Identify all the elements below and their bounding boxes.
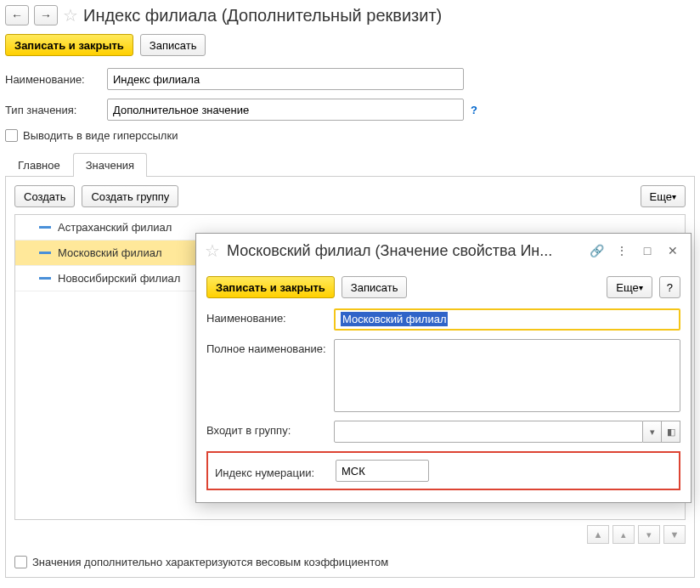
dialog-group-dropdown-button[interactable]: ▾ — [643, 421, 662, 443]
forward-button[interactable]: → — [34, 5, 58, 25]
create-group-button[interactable]: Создать группу — [82, 185, 178, 207]
item-icon — [39, 252, 51, 254]
dialog-save-close-button[interactable]: Записать и закрыть — [206, 276, 335, 298]
value-dialog: ☆ Московский филиал (Значение свойства И… — [195, 233, 692, 503]
tab-values[interactable]: Значения — [73, 153, 147, 177]
name-label: Наименование: — [5, 73, 107, 86]
list-item-label: Астраханский филиал — [58, 221, 172, 234]
dialog-group-open-button[interactable]: ◧ — [662, 421, 680, 443]
hyperlink-checkbox[interactable] — [5, 129, 18, 142]
dialog-more-button[interactable]: Еще — [607, 276, 652, 298]
more-button[interactable]: Еще — [641, 185, 686, 207]
dialog-index-input[interactable] — [336, 460, 429, 482]
type-label: Тип значения: — [5, 104, 107, 116]
page-title: Индекс филиала (Дополнительный реквизит) — [83, 6, 442, 25]
pager-first[interactable]: ▲ — [587, 525, 609, 544]
pager-last[interactable]: ▼ — [663, 525, 686, 544]
dialog-group-input[interactable] — [334, 421, 643, 443]
kebab-icon[interactable]: ⋮ — [612, 241, 631, 260]
type-input[interactable] — [107, 99, 464, 121]
dialog-name-label: Наименование: — [206, 308, 334, 325]
list-item-label: Московский филиал — [58, 246, 161, 259]
favorite-star-icon[interactable]: ☆ — [63, 5, 78, 25]
dialog-star-icon[interactable]: ☆ — [205, 240, 220, 261]
tab-main[interactable]: Главное — [5, 153, 73, 177]
item-icon — [39, 277, 51, 280]
create-button[interactable]: Создать — [14, 185, 75, 207]
pager-down[interactable]: ▾ — [638, 525, 660, 544]
dialog-index-label: Индекс нумерации: — [215, 463, 336, 479]
dialog-group-label: Входит в группу: — [206, 421, 334, 437]
dialog-fullname-label: Полное наименование: — [206, 339, 334, 355]
back-button[interactable]: ← — [5, 5, 29, 25]
weight-checkbox[interactable] — [14, 556, 27, 568]
dialog-help-button[interactable]: ? — [659, 276, 680, 298]
pager-up[interactable]: ▴ — [612, 525, 635, 544]
hyperlink-label: Выводить в виде гиперссылки — [23, 129, 178, 142]
list-item-label: Новосибирский филиал — [58, 272, 180, 285]
dialog-title: Московский филиал (Значение свойства Ин.… — [227, 242, 580, 260]
dialog-name-input[interactable]: Московский филиал — [334, 308, 680, 331]
link-icon[interactable]: 🔗 — [587, 241, 606, 260]
weight-label: Значения дополнительно характеризуются в… — [32, 556, 388, 568]
index-highlight-box: Индекс нумерации: — [206, 451, 680, 490]
save-button[interactable]: Записать — [140, 34, 206, 56]
dialog-fullname-input[interactable] — [334, 339, 680, 412]
item-icon — [39, 226, 51, 229]
maximize-icon[interactable]: □ — [638, 241, 657, 260]
name-input[interactable] — [107, 68, 464, 90]
save-and-close-button[interactable]: Записать и закрыть — [5, 34, 133, 56]
help-icon[interactable]: ? — [471, 104, 477, 116]
dialog-save-button[interactable]: Записать — [342, 276, 408, 298]
close-icon[interactable]: ✕ — [663, 241, 682, 260]
